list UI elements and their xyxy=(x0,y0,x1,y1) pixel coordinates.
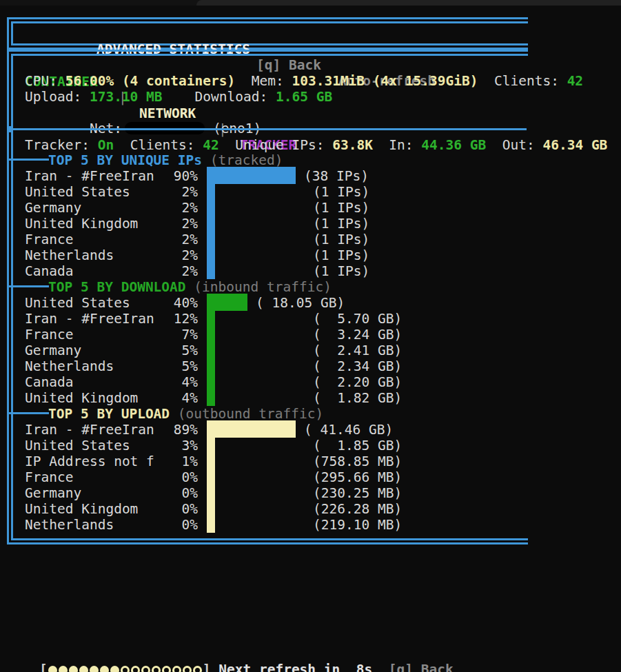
row-value: (230.25 MB) xyxy=(313,485,402,501)
stat-value: 56.00% (4 containers) xyxy=(65,73,236,89)
row-bar xyxy=(207,167,296,184)
row-percent: 4% xyxy=(171,390,198,406)
row-percent: 0% xyxy=(171,485,198,501)
row-value: ( 2.41 GB) xyxy=(313,343,402,358)
row-value: ( 18.05 GB) xyxy=(256,295,345,311)
refresh-status-bar: [] Next refresh in 8s [q] Back xyxy=(7,643,454,661)
progress-dot-empty xyxy=(193,666,202,672)
heading-connector-line xyxy=(7,412,49,414)
row-label: France xyxy=(25,469,73,485)
chart-row: Canada4%( 2.20 GB) xyxy=(13,374,621,390)
stats-box: CONTAINER | NETWORK | TRACKER CPU: 56.00… xyxy=(7,50,528,544)
cpu-mem-clients-line: CPU: 56.00% (4 containers) Mem: 103.31Mi… xyxy=(13,73,621,89)
row-bar xyxy=(207,294,247,311)
net-line: Net:(eno1) xyxy=(13,105,621,121)
chart-row: Iran - #FreeIran89%( 41.46 GB) xyxy=(13,422,621,438)
row-bar xyxy=(207,358,215,374)
row-label: Germany xyxy=(25,343,81,358)
chart-heading: TOP 5 BY UNIQUE IPs (tracked) xyxy=(13,152,621,168)
chart-row: Netherlands0%(219.10 MB) xyxy=(13,517,621,533)
row-label: Canada xyxy=(25,374,73,390)
chart-row: Netherlands2%(1 IPs) xyxy=(13,247,621,263)
row-value: (1 IPs) xyxy=(313,232,369,247)
stat-label: Mem: xyxy=(252,73,292,89)
chart-row: Netherlands5%( 2.34 GB) xyxy=(13,358,621,374)
footer-back-hint[interactable]: [q] Back xyxy=(389,662,454,672)
stat-value: On xyxy=(98,137,114,153)
row-bar xyxy=(207,200,215,216)
stat-label: Unique IPs: xyxy=(235,137,332,153)
stat-label: Out: xyxy=(502,137,543,153)
refresh-progress-dots xyxy=(48,662,203,672)
progress-dot-filled xyxy=(90,666,99,672)
stat-label: Upload: xyxy=(25,89,90,105)
row-bar xyxy=(207,247,215,263)
chart-subtitle: (tracked) xyxy=(202,152,283,168)
row-label: IP Address not f xyxy=(25,454,154,469)
progress-dot-empty xyxy=(121,666,130,672)
heading-connector-line xyxy=(7,159,49,161)
row-label: France xyxy=(25,327,73,343)
row-label: United States xyxy=(25,184,130,200)
chart-heading: TOP 5 BY UPLOAD (outbound traffic) xyxy=(13,406,621,422)
row-percent: 40% xyxy=(171,295,198,311)
row-percent: 2% xyxy=(171,200,198,216)
row-label: Iran - #FreeIran xyxy=(25,311,154,327)
refresh-countdown: Next refresh in 8s xyxy=(218,662,372,672)
row-percent: 5% xyxy=(171,343,198,358)
row-label: Germany xyxy=(25,200,81,216)
row-label: United Kingdom xyxy=(25,390,138,406)
row-bar xyxy=(207,184,215,200)
row-value: ( 1.82 GB) xyxy=(313,390,402,406)
row-bar xyxy=(207,216,215,232)
stat-label: Clients: xyxy=(494,73,567,89)
row-bar xyxy=(207,390,215,406)
chart-row: Iran - #FreeIran12%( 5.70 GB) xyxy=(13,311,621,327)
row-percent: 89% xyxy=(171,422,198,438)
row-label: Iran - #FreeIran xyxy=(25,422,154,438)
row-label: Netherlands xyxy=(25,517,114,533)
row-label: United Kingdom xyxy=(25,501,138,517)
chart-row: Germany5%( 2.41 GB) xyxy=(13,343,621,358)
row-percent: 2% xyxy=(171,232,198,247)
terminal-window: ADVANCED STATISTICS [q] Back Auto-refres… xyxy=(0,0,621,672)
chart-subtitle: (inbound traffic) xyxy=(186,279,332,295)
row-bar xyxy=(207,517,215,533)
chart-row: United States3%( 1.85 GB) xyxy=(13,438,621,454)
row-value: ( 1.85 GB) xyxy=(313,438,402,454)
row-label: France xyxy=(25,232,73,247)
row-value: (1 IPs) xyxy=(313,200,369,216)
row-bar xyxy=(207,374,215,390)
progress-dot-empty xyxy=(141,666,150,672)
stat-label: Tracker: xyxy=(25,137,98,153)
section-divider xyxy=(13,128,527,130)
chart-row: United States40%( 18.05 GB) xyxy=(13,295,621,311)
row-label: United Kingdom xyxy=(25,216,138,232)
stat-value: 44.36 GB xyxy=(421,137,486,153)
stat-value: 173.10 MB xyxy=(90,89,163,105)
row-percent: 3% xyxy=(171,438,198,454)
row-percent: 12% xyxy=(171,311,198,327)
row-bar xyxy=(207,343,215,358)
row-label: Netherlands xyxy=(25,358,114,374)
progress-bracket-close: ] xyxy=(203,662,211,672)
row-value: (38 IPs) xyxy=(304,168,369,184)
chart-row: France0%(295.66 MB) xyxy=(13,469,621,485)
stat-label: Clients: xyxy=(130,137,203,153)
chart-row: IP Address not f1%(758.85 MB) xyxy=(13,454,621,469)
upload-download-line: Upload: 173.10 MB Download: 1.65 GB xyxy=(13,89,621,105)
row-value: ( 2.20 GB) xyxy=(313,374,402,390)
row-bar xyxy=(207,232,215,247)
row-label: United States xyxy=(25,295,130,311)
row-value: ( 2.34 GB) xyxy=(313,358,402,374)
chart-row: France2%(1 IPs) xyxy=(13,232,621,247)
stat-value: 42 xyxy=(203,137,218,153)
window-tab-strip xyxy=(0,0,621,6)
row-label: Germany xyxy=(25,485,81,501)
stat-value: 103.31MiB (4x 15.39GiB) xyxy=(292,73,478,89)
progress-bracket-open: [ xyxy=(39,662,48,672)
row-bar xyxy=(207,420,296,438)
row-bar xyxy=(207,263,215,279)
progress-dot-empty xyxy=(162,666,171,672)
progress-dot-filled xyxy=(100,666,109,672)
